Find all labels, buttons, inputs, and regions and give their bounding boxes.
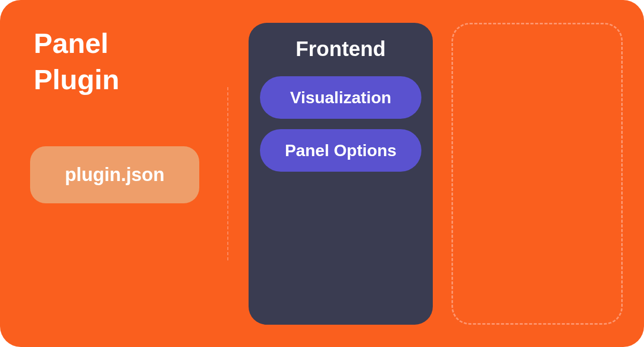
empty-placeholder-panel [451, 23, 623, 325]
title-line-2: Plugin [34, 61, 119, 98]
plugin-json-badge: plugin.json [30, 146, 199, 203]
frontend-title: Frontend [260, 37, 421, 61]
diagram-container: Panel Plugin plugin.json Frontend Visual… [0, 0, 644, 347]
visualization-pill: Visualization [260, 76, 421, 119]
plugin-json-label: plugin.json [65, 164, 165, 186]
frontend-panel: Frontend Visualization Panel Options [249, 23, 433, 325]
panel-options-label: Panel Options [285, 141, 396, 160]
panel-options-pill: Panel Options [260, 129, 421, 172]
diagram-title: Panel Plugin [34, 25, 119, 98]
visualization-label: Visualization [290, 88, 391, 107]
title-line-1: Panel [34, 25, 119, 61]
vertical-divider [227, 87, 228, 260]
